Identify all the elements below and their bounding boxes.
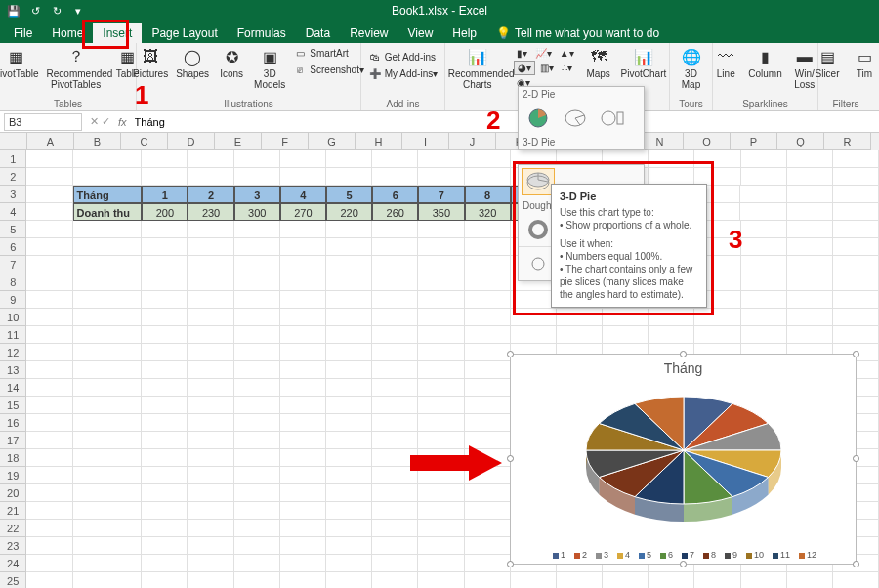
cell[interactable]	[465, 344, 511, 361]
cell[interactable]	[372, 555, 418, 572]
undo-icon[interactable]: ↺	[27, 3, 43, 19]
cell[interactable]	[418, 361, 464, 379]
cell[interactable]	[234, 309, 280, 326]
cell[interactable]	[418, 572, 464, 588]
cell[interactable]	[465, 361, 511, 379]
cell[interactable]	[833, 572, 879, 588]
cell[interactable]	[234, 150, 280, 168]
cell[interactable]	[418, 397, 464, 414]
cell[interactable]	[73, 344, 143, 361]
cell[interactable]	[694, 309, 740, 326]
cell[interactable]: 320	[465, 203, 511, 221]
cell[interactable]	[833, 238, 879, 256]
cell[interactable]	[326, 467, 372, 484]
cell[interactable]	[372, 168, 418, 186]
tab-insert[interactable]: Insert	[93, 23, 142, 43]
cell[interactable]	[787, 326, 833, 344]
cell[interactable]	[465, 309, 511, 326]
cell[interactable]	[833, 291, 879, 309]
cell[interactable]	[326, 484, 372, 502]
3d-map-button[interactable]: 🌐3D Map	[674, 45, 709, 92]
col-header[interactable]: E	[215, 133, 262, 150]
cell[interactable]	[511, 291, 557, 309]
cell[interactable]	[142, 379, 188, 397]
col-header[interactable]: I	[402, 133, 449, 150]
cancel-icon[interactable]: ✕	[90, 115, 99, 128]
cell[interactable]	[372, 309, 418, 326]
cell[interactable]	[234, 467, 280, 484]
cell[interactable]	[234, 484, 280, 502]
cell[interactable]	[326, 537, 372, 555]
cell[interactable]	[465, 326, 511, 344]
cell[interactable]	[73, 379, 143, 397]
row-header[interactable]: 18	[0, 449, 26, 467]
cell[interactable]	[326, 555, 372, 572]
cell[interactable]	[372, 572, 418, 588]
cell[interactable]	[280, 432, 326, 449]
cell[interactable]	[833, 150, 879, 168]
cell[interactable]	[465, 221, 511, 238]
cell[interactable]	[234, 344, 280, 361]
tab-page-layout[interactable]: Page Layout	[142, 23, 227, 43]
cell[interactable]	[280, 168, 326, 186]
cell[interactable]	[326, 344, 372, 361]
col-header[interactable]: B	[74, 133, 121, 150]
cell[interactable]	[280, 397, 326, 414]
cell[interactable]	[787, 273, 833, 291]
cell[interactable]	[26, 168, 72, 186]
cell[interactable]	[741, 221, 787, 238]
cell[interactable]	[326, 572, 372, 588]
cell[interactable]	[787, 309, 833, 326]
cell[interactable]	[418, 537, 464, 555]
cell[interactable]	[787, 221, 833, 238]
cell[interactable]	[73, 150, 143, 168]
cell[interactable]	[557, 572, 603, 588]
col-header[interactable]: A	[27, 133, 74, 150]
cell[interactable]	[787, 572, 833, 588]
cell[interactable]	[188, 432, 233, 449]
cell[interactable]	[741, 309, 787, 326]
cell[interactable]	[280, 150, 326, 168]
cell[interactable]	[280, 326, 326, 344]
cell[interactable]	[188, 397, 233, 414]
cell[interactable]	[372, 273, 418, 291]
row-header[interactable]: 14	[0, 379, 26, 397]
col-header[interactable]: O	[684, 133, 731, 150]
cell[interactable]	[465, 379, 511, 397]
pivottable-button[interactable]: ▦PivotTable	[0, 45, 42, 81]
cell[interactable]	[372, 150, 418, 168]
cell[interactable]	[511, 572, 557, 588]
pie-bar-option[interactable]	[596, 105, 629, 132]
row-header[interactable]: 6	[0, 238, 26, 256]
cell[interactable]	[26, 555, 72, 572]
cell[interactable]	[280, 555, 326, 572]
cell[interactable]	[649, 309, 694, 326]
row-header[interactable]: 11	[0, 326, 26, 344]
cell[interactable]	[73, 256, 143, 273]
cell[interactable]	[26, 361, 72, 379]
cell[interactable]	[73, 432, 143, 449]
cell[interactable]	[326, 273, 372, 291]
cell[interactable]	[142, 432, 188, 449]
col-header[interactable]: H	[356, 133, 402, 150]
cell[interactable]: 1	[142, 186, 188, 203]
cell[interactable]	[142, 414, 188, 432]
cell[interactable]	[741, 273, 787, 291]
cell[interactable]	[73, 221, 143, 238]
row-header[interactable]: 12	[0, 344, 26, 361]
cell[interactable]	[372, 537, 418, 555]
cell[interactable]	[280, 467, 326, 484]
get-addins-button[interactable]: 🛍Get Add-ins	[365, 49, 440, 64]
cell[interactable]	[418, 502, 464, 520]
cell[interactable]	[142, 238, 188, 256]
cell[interactable]	[188, 520, 233, 537]
save-icon[interactable]: 💾	[6, 3, 21, 19]
cell[interactable]	[234, 361, 280, 379]
cell[interactable]	[372, 221, 418, 238]
row-header[interactable]: 20	[0, 484, 26, 502]
cell[interactable]	[234, 326, 280, 344]
cell[interactable]	[188, 484, 233, 502]
cell[interactable]	[142, 397, 188, 414]
cell[interactable]	[418, 520, 464, 537]
cell[interactable]	[26, 379, 72, 397]
